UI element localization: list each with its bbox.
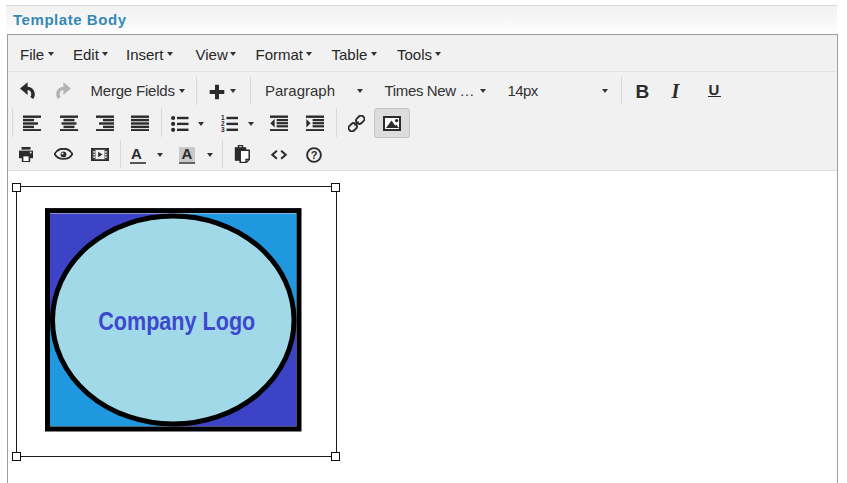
svg-text:?: ?: [311, 149, 318, 161]
svg-text:3: 3: [221, 126, 225, 132]
